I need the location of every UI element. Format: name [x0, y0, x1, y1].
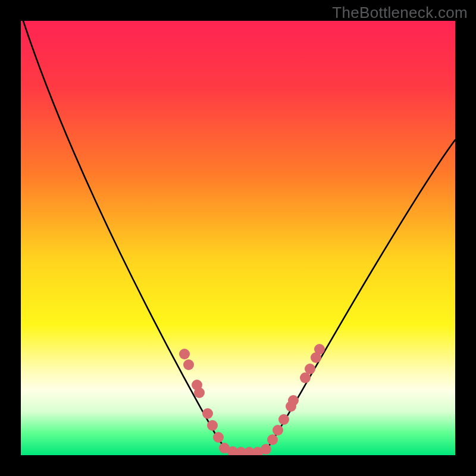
chart-frame: TheBottleneck.com: [0, 0, 476, 476]
curve-marker: [183, 359, 194, 370]
curve-marker: [207, 420, 218, 431]
curve-markers: [179, 344, 325, 455]
curve-marker: [194, 387, 205, 398]
watermark-text: TheBottleneck.com: [332, 4, 468, 22]
curve-marker: [314, 344, 325, 355]
curve-marker: [273, 425, 283, 436]
chart-lines: [21, 21, 455, 455]
curve-marker: [261, 444, 271, 455]
bottleneck-curve: [23, 21, 455, 452]
curve-marker: [288, 395, 299, 406]
plot-area: [21, 21, 455, 455]
curve-marker: [213, 432, 224, 443]
curve-marker: [267, 434, 278, 445]
curve-marker: [202, 408, 213, 419]
curve-marker: [278, 414, 289, 425]
curve-marker: [305, 364, 315, 374]
curve-marker: [179, 349, 190, 359]
